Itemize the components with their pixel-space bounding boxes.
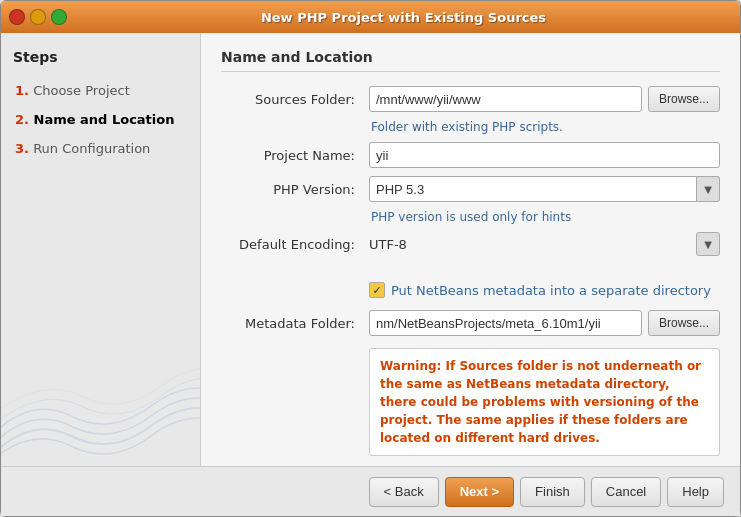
maximize-button[interactable] (51, 9, 67, 25)
step-1-num: 1. (15, 83, 29, 98)
next-button[interactable]: Next > (445, 477, 514, 507)
finish-button[interactable]: Finish (520, 477, 585, 507)
step-2-label: Name and Location (34, 112, 175, 127)
sidebar: Steps 1. Choose Project 2. Name and Loca… (1, 33, 201, 466)
step-1-label: Choose Project (33, 83, 130, 98)
metadata-checkbox[interactable]: ✓ (369, 282, 385, 298)
metadata-folder-input[interactable] (369, 310, 642, 336)
warning-box: Warning: If Sources folder is not undern… (369, 348, 720, 456)
php-version-hint: PHP version is used only for hints (369, 210, 720, 224)
window-title: New PHP Project with Existing Sources (75, 10, 732, 25)
main-window: New PHP Project with Existing Sources St… (0, 0, 741, 517)
php-version-dropdown-arrow[interactable]: ▼ (696, 176, 720, 202)
step-1: 1. Choose Project (13, 77, 188, 106)
project-name-input[interactable] (369, 142, 720, 168)
window-controls (9, 9, 67, 25)
metadata-folder-browse-button[interactable]: Browse... (648, 310, 720, 336)
step-3-num: 3. (15, 141, 29, 156)
default-encoding-label: Default Encoding: (221, 237, 361, 252)
php-version-label: PHP Version: (221, 182, 361, 197)
metadata-checkbox-label: Put NetBeans metadata into a separate di… (391, 283, 711, 298)
help-button[interactable]: Help (667, 477, 724, 507)
form-grid: Sources Folder: Browse... Folder with ex… (221, 86, 720, 456)
php-version-wrapper: ▼ (369, 176, 720, 202)
metadata-folder-label: Metadata Folder: (221, 316, 361, 331)
encoding-value: UTF-8 (369, 237, 690, 252)
sources-folder-input[interactable] (369, 86, 642, 112)
php-version-row: ▼ (369, 176, 720, 202)
php-version-input[interactable] (369, 176, 720, 202)
encoding-dropdown-arrow[interactable]: ▼ (696, 232, 720, 256)
bottom-bar: < Back Next > Finish Cancel Help (1, 466, 740, 516)
metadata-folder-row: Browse... (369, 310, 720, 336)
step-2-num: 2. (15, 112, 29, 127)
sources-folder-hint: Folder with existing PHP scripts. (369, 120, 720, 134)
sources-folder-label: Sources Folder: (221, 92, 361, 107)
step-3-label: Run Configuration (33, 141, 150, 156)
checkbox-row: ✓ Put NetBeans metadata into a separate … (369, 276, 720, 302)
sources-folder-browse-button[interactable]: Browse... (648, 86, 720, 112)
panel-title: Name and Location (221, 49, 720, 72)
titlebar: New PHP Project with Existing Sources (1, 1, 740, 33)
main-panel: Name and Location Sources Folder: Browse… (201, 33, 740, 466)
step-2: 2. Name and Location (13, 106, 188, 135)
close-button[interactable] (9, 9, 25, 25)
step-3: 3. Run Configuration (13, 135, 188, 164)
content-area: Steps 1. Choose Project 2. Name and Loca… (1, 33, 740, 466)
project-name-label: Project Name: (221, 148, 361, 163)
minimize-button[interactable] (30, 9, 46, 25)
sources-folder-row: Browse... (369, 86, 720, 112)
steps-list: 1. Choose Project 2. Name and Location 3… (13, 77, 188, 163)
spacer-4 (369, 264, 720, 268)
cancel-button[interactable]: Cancel (591, 477, 661, 507)
sidebar-title: Steps (13, 49, 188, 65)
encoding-row: UTF-8 ▼ (369, 232, 720, 256)
back-button[interactable]: < Back (369, 477, 439, 507)
decorative-waves (1, 346, 201, 466)
